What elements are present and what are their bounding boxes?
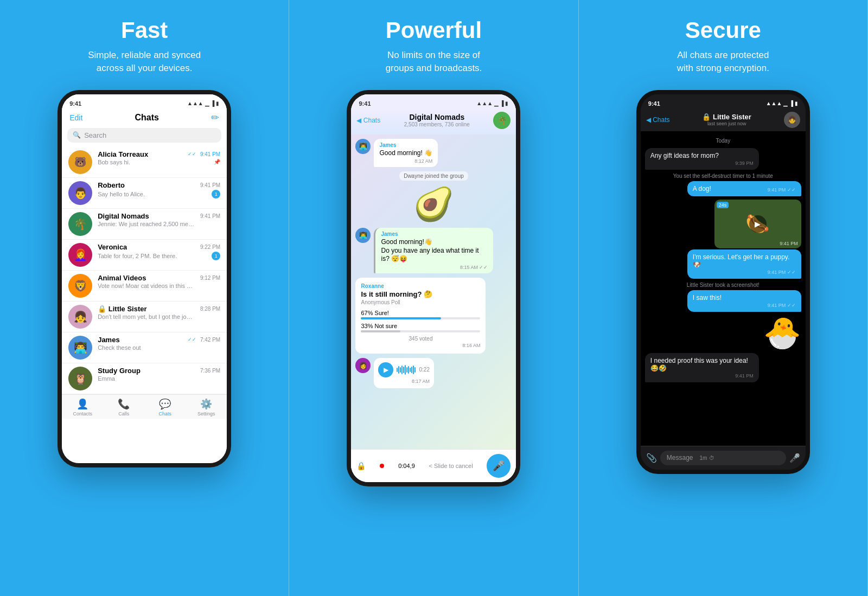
- attachment-icon[interactable]: 📎: [646, 453, 657, 463]
- chat-info-veronica: Veronica 9:22 PM Table for four, 2 PM. B…: [98, 243, 220, 260]
- panel-secure-title: Secure: [685, 17, 761, 43]
- avatar-emma: 👩: [355, 358, 371, 373]
- play-button[interactable]: ▶: [378, 362, 393, 377]
- audio-time: 8:17 AM: [378, 379, 429, 384]
- mic-button-powerful[interactable]: 🎤: [487, 454, 510, 478]
- poll-bubble: Roxanne Is it still morning? 🤔 Anonymous…: [355, 278, 486, 354]
- timer-value: 1m: [700, 455, 707, 461]
- phone-powerful-screen: 9:41 ▲▲▲ ▁ ▐ ▮ ◀ Chats Digital Nomads 2,…: [351, 94, 516, 482]
- lock-icon: 🔒: [356, 462, 366, 470]
- dark-msg-proof-text: I needed proof this was your idea! 😂🤣: [650, 357, 748, 372]
- bottom-tabs: 👤 Contacts 📞 Calls 💬 Chats ⚙️ Settings: [62, 394, 227, 419]
- mic-icon-secure[interactable]: 🎤: [789, 453, 800, 463]
- search-bar[interactable]: 🔍 Search: [67, 128, 221, 143]
- chat-info-digital-nomads: Digital Nomads 9:41 PM Jennie: We just r…: [98, 212, 220, 227]
- sender-james-2: James: [381, 231, 488, 237]
- chat-item-james[interactable]: 👨‍💻 James ✓✓ 7:42 PM Check these out: [62, 332, 227, 363]
- dark-avatar: 👧: [784, 112, 800, 128]
- avatar-animal-videos: 🦁: [68, 274, 92, 298]
- chat-preview-alicia: Bob says hi.: [98, 159, 130, 165]
- chat-item-little-sister[interactable]: 👧 🔒 Little Sister 8:28 PM Don't tell mom…: [62, 302, 227, 332]
- chat-preview-veronica: Table for four, 2 PM. Be there.: [98, 253, 177, 259]
- message-placeholder: Message: [667, 454, 693, 462]
- avatar-little-sister: 👧: [68, 305, 92, 329]
- dark-sys-destruct: You set the self-destruct timer to 1 min…: [645, 173, 801, 179]
- video-thumb[interactable]: 24s 🌭 ▶ 9:41 PM: [714, 200, 801, 248]
- dark-msg-saw-time: 9:41 PM ✓✓: [693, 303, 796, 308]
- chat-time-veronica: 9:22 PM: [200, 244, 220, 250]
- back-button-powerful[interactable]: ◀ Chats: [356, 117, 380, 124]
- dark-msg-saw-text: I saw this!: [693, 294, 722, 302]
- audio-bubble[interactable]: ▶ 0:22 8:17 AM: [374, 358, 433, 388]
- chats-header: Edit Chats ✏: [62, 110, 227, 128]
- chat-preview-animal-videos: Vote now! Moar cat videos in this channe…: [98, 283, 195, 289]
- timer-badge: 1m ⏱: [697, 454, 718, 462]
- status-time-powerful: 9:41: [359, 100, 371, 107]
- poll-type: Anonymous Poll: [361, 299, 480, 305]
- tab-settings[interactable]: ⚙️ Settings: [186, 398, 227, 416]
- dark-msg-bar: 📎 Message 1m ⏱ 🎤: [641, 446, 806, 470]
- msg-james-2: 👨‍💻 James Good morning!👋Do you have any …: [355, 228, 512, 273]
- system-dwayne: Dwayne joined the group: [399, 171, 468, 181]
- chat-item-animal-videos[interactable]: 🦁 Animal Videos 9:12 PM Vote now! Moar c…: [62, 271, 227, 302]
- time-james-1: 8:12 AM: [379, 158, 432, 164]
- dark-header: ◀ Chats 🔒 Little Sister last seen just n…: [641, 110, 806, 131]
- tab-calls[interactable]: 📞 Calls: [103, 398, 144, 416]
- chat-name-james: James: [98, 336, 119, 344]
- tab-chats-label: Chats: [158, 411, 171, 416]
- avatar-james-chat-2: 👨‍💻: [355, 228, 371, 243]
- chat-time-james: 7:42 PM: [200, 337, 220, 343]
- chat-item-digital-nomads[interactable]: 🌴 Digital Nomads 9:41 PM Jennie: We just…: [62, 209, 227, 240]
- msg-james-1: 👨‍💻 James Good morning! 👋 8:12 AM: [355, 139, 512, 168]
- screenshot-notice: Little Sister took a screenshot!: [645, 282, 801, 288]
- badge-roberto: 1: [212, 190, 220, 198]
- edit-button[interactable]: Edit: [69, 113, 82, 122]
- dark-date: Today: [645, 138, 801, 144]
- poll-option-2-label: 33% Not sure: [361, 323, 480, 329]
- chat-item-study-group[interactable]: 🦉 Study Group 7:36 PM Emma: [62, 363, 227, 394]
- record-dot: [380, 464, 384, 468]
- chat-time-little-sister: 8:28 PM: [200, 306, 220, 312]
- chat-info-roberto: Roberto 9:41 PM Say hello to Alice. 1: [98, 181, 220, 198]
- panel-fast-title: Fast: [121, 17, 168, 43]
- poll-sender: Roxanne: [361, 283, 480, 289]
- chat-scroll-powerful[interactable]: 👨‍💻 James Good morning! 👋 8:12 AM Dwayne…: [351, 134, 516, 449]
- chat-info-james: James ✓✓ 7:42 PM Check these out: [98, 336, 220, 351]
- dark-msg-dog-time: 9:41 PM ✓✓: [768, 187, 796, 193]
- group-avatar: 🌴: [493, 112, 510, 129]
- calls-icon: 📞: [118, 398, 130, 410]
- poll-option-2[interactable]: 33% Not sure: [361, 323, 480, 332]
- avatar-veronica: 👩‍🦰: [68, 243, 92, 267]
- play-circle-icon[interactable]: ▶: [749, 215, 767, 233]
- chat-item-veronica[interactable]: 👩‍🦰 Veronica 9:22 PM Table for four, 2 P…: [62, 240, 227, 271]
- status-icons-secure: ▲▲▲ ▁ ▐ ▮: [766, 100, 798, 106]
- chat-time-digital-nomads: 9:41 PM: [200, 213, 220, 219]
- back-button-secure[interactable]: ◀ Chats: [646, 116, 670, 124]
- check-james: ✓✓: [188, 337, 196, 342]
- avatar-alicia: 🐻: [68, 150, 92, 174]
- sticker-right: 🐣: [645, 315, 801, 351]
- chat-item-alicia[interactable]: 🐻 Alicia Torreaux ✓✓ 9:41 PM Bob says hi…: [62, 147, 227, 178]
- chat-info-study-group: Study Group 7:36 PM Emma: [98, 367, 220, 382]
- dark-chat-area[interactable]: Today Any gift ideas for mom? 9:39 PM Yo…: [641, 131, 806, 446]
- settings-icon: ⚙️: [200, 398, 212, 410]
- chat-name-digital-nomads: Digital Nomads: [98, 212, 149, 220]
- avatar-james-chat: 👨‍💻: [355, 139, 371, 154]
- message-input[interactable]: Message 1m ⏱: [660, 451, 786, 465]
- chat-info-little-sister: 🔒 Little Sister 8:28 PM Don't tell mom y…: [98, 305, 220, 320]
- dark-msg-gift-text: Any gift ideas for mom?: [650, 152, 719, 159]
- chat-time-animal-videos: 9:12 PM: [200, 275, 220, 281]
- compose-button[interactable]: ✏: [211, 112, 219, 124]
- dark-msg-gift: Any gift ideas for mom? 9:39 PM: [645, 148, 759, 170]
- sticker-avocado: 🥑: [355, 185, 512, 223]
- tab-contacts[interactable]: 👤 Contacts: [62, 398, 103, 416]
- dark-msg-gift-time: 9:39 PM: [650, 161, 754, 166]
- poll-option-1[interactable]: 67% Sure!: [361, 310, 480, 319]
- chat-preview-digital-nomads: Jennie: We just reached 2,500 members! W…: [98, 221, 195, 227]
- avatar-study-group: 🦉: [68, 367, 92, 390]
- chat-info-animal-videos: Animal Videos 9:12 PM Vote now! Moar cat…: [98, 274, 220, 289]
- chat-time-study-group: 7:36 PM: [200, 368, 220, 374]
- chat-item-roberto[interactable]: 👨 Roberto 9:41 PM Say hello to Alice. 1: [62, 178, 227, 209]
- tab-chats[interactable]: 💬 Chats: [144, 398, 186, 416]
- group-members: 2,503 members, 736 online: [404, 121, 470, 127]
